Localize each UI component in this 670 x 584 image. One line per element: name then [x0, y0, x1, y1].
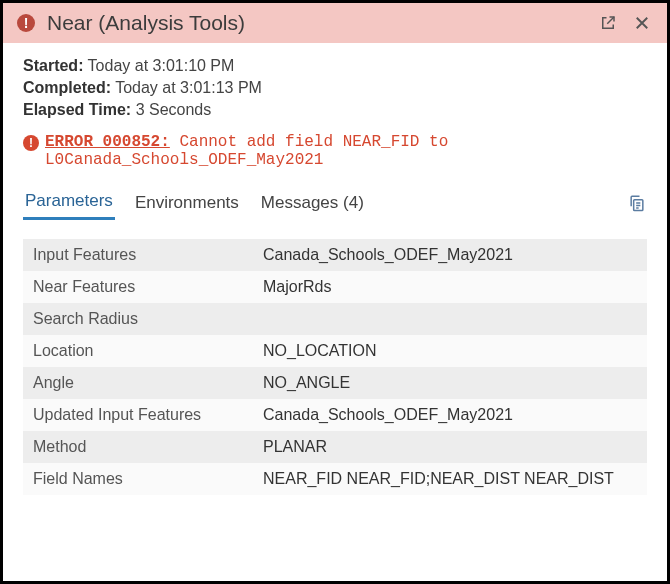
- titlebar: ! Near (Analysis Tools): [3, 3, 667, 43]
- error-icon-small: !: [23, 135, 39, 151]
- completed-label: Completed:: [23, 79, 111, 96]
- elapsed-label: Elapsed Time:: [23, 101, 131, 118]
- param-value: MajorRds: [253, 271, 647, 303]
- param-label: Updated Input Features: [23, 399, 253, 431]
- param-label: Method: [23, 431, 253, 463]
- tabs: Parameters Environments Messages (4): [23, 185, 647, 221]
- error-message: ! ERROR 000852: Cannot add field NEAR_FI…: [23, 133, 647, 169]
- table-row: Location NO_LOCATION: [23, 335, 647, 367]
- tool-result-window: ! Near (Analysis Tools) Started: Today a…: [0, 0, 670, 584]
- tab-parameters[interactable]: Parameters: [23, 185, 115, 220]
- param-label: Angle: [23, 367, 253, 399]
- tab-environments[interactable]: Environments: [133, 187, 241, 219]
- window-title: Near (Analysis Tools): [47, 11, 585, 35]
- param-value: NO_LOCATION: [253, 335, 647, 367]
- param-label: Search Radius: [23, 303, 253, 335]
- close-icon[interactable]: [631, 12, 653, 34]
- table-row: Updated Input Features Canada_Schools_OD…: [23, 399, 647, 431]
- elapsed-line: Elapsed Time: 3 Seconds: [23, 101, 647, 119]
- table-row: Method PLANAR: [23, 431, 647, 463]
- parameters-table: Input Features Canada_Schools_ODEF_May20…: [23, 239, 647, 495]
- table-row: Angle NO_ANGLE: [23, 367, 647, 399]
- completed-line: Completed: Today at 3:01:13 PM: [23, 79, 647, 97]
- started-value: Today at 3:01:10 PM: [88, 57, 235, 74]
- table-row: Search Radius: [23, 303, 647, 335]
- error-text: ERROR 000852: Cannot add field NEAR_FID …: [45, 133, 647, 169]
- param-value: NEAR_FID NEAR_FID;NEAR_DIST NEAR_DIST: [253, 463, 647, 495]
- popout-icon[interactable]: [597, 12, 619, 34]
- param-value: Canada_Schools_ODEF_May2021: [253, 239, 647, 271]
- tab-messages[interactable]: Messages (4): [259, 187, 366, 219]
- copy-icon[interactable]: [627, 193, 647, 213]
- param-value: [253, 303, 647, 335]
- table-row: Field Names NEAR_FID NEAR_FID;NEAR_DIST …: [23, 463, 647, 495]
- param-label: Location: [23, 335, 253, 367]
- error-code-link[interactable]: ERROR 000852:: [45, 133, 170, 151]
- param-label: Field Names: [23, 463, 253, 495]
- error-icon: !: [17, 14, 35, 32]
- body: Started: Today at 3:01:10 PM Completed: …: [3, 43, 667, 581]
- table-row: Near Features MajorRds: [23, 271, 647, 303]
- param-label: Near Features: [23, 271, 253, 303]
- completed-value: Today at 3:01:13 PM: [115, 79, 262, 96]
- elapsed-value: 3 Seconds: [136, 101, 212, 118]
- param-value: PLANAR: [253, 431, 647, 463]
- started-line: Started: Today at 3:01:10 PM: [23, 57, 647, 75]
- param-label: Input Features: [23, 239, 253, 271]
- param-value: Canada_Schools_ODEF_May2021: [253, 399, 647, 431]
- table-row: Input Features Canada_Schools_ODEF_May20…: [23, 239, 647, 271]
- started-label: Started:: [23, 57, 83, 74]
- param-value: NO_ANGLE: [253, 367, 647, 399]
